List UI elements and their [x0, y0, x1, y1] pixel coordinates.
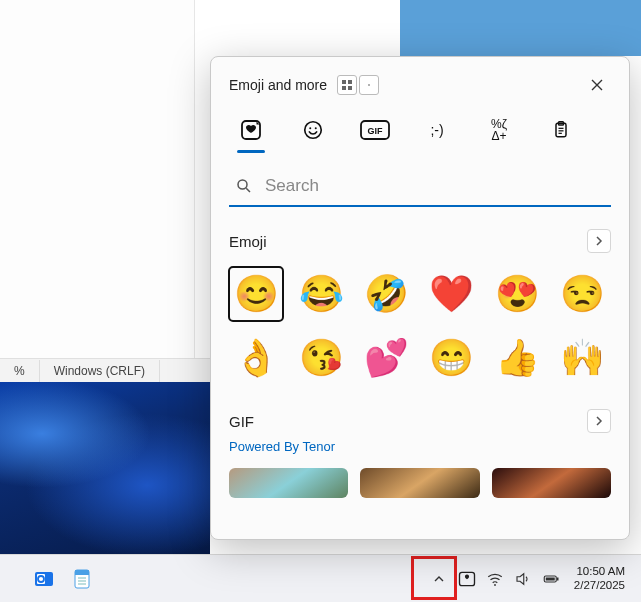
background-window: [0, 0, 195, 380]
emoji-cell[interactable]: 💕: [360, 331, 414, 385]
taskbar-time: 10:50 AM: [574, 565, 625, 579]
tray-chevron-up-icon[interactable]: [428, 564, 450, 594]
emoji-section: Emoji 😊 😂 🤣 ❤️ 😍 😒 👌 😘 💕 😁 👍 🙌: [229, 229, 611, 385]
statusbar-lineending: Windows (CRLF): [40, 360, 160, 382]
gif-section-title: GIF: [229, 413, 254, 430]
svg-rect-13: [342, 80, 346, 84]
tab-emoji[interactable]: [293, 115, 333, 145]
svg-rect-12: [546, 577, 555, 580]
tab-symbols[interactable]: %ζΔ+: [479, 115, 519, 145]
svg-rect-15: [342, 86, 346, 90]
heart-sticker-icon: [239, 118, 263, 142]
smiley-icon: [302, 119, 324, 141]
gif-icon: GIF: [360, 120, 390, 140]
emoji-cell[interactable]: 🙌: [556, 331, 610, 385]
gif-thumbnails: [229, 468, 611, 498]
picker-title: Emoji and more: [229, 77, 327, 93]
tab-recent[interactable]: [231, 115, 271, 145]
close-icon: [590, 78, 604, 92]
svg-rect-14: [348, 80, 352, 84]
search-field-wrap: [229, 167, 611, 207]
tray-wifi-icon[interactable]: [484, 564, 506, 594]
svg-point-20: [309, 127, 311, 129]
view-compact-button[interactable]: [359, 75, 379, 95]
emoji-cell[interactable]: 😁: [425, 331, 479, 385]
search-input[interactable]: [229, 167, 611, 205]
svg-line-30: [246, 188, 250, 192]
emoji-section-title: Emoji: [229, 233, 267, 250]
taskbar-app-notepad[interactable]: [68, 565, 96, 593]
emoji-cell[interactable]: 👌: [229, 331, 283, 385]
svg-point-19: [305, 122, 322, 139]
powered-by-tenor-link[interactable]: Powered By Tenor: [229, 439, 611, 454]
emoji-cell[interactable]: 😒: [556, 267, 610, 321]
view-grid-button[interactable]: [337, 75, 357, 95]
emoji-cell[interactable]: 😘: [294, 331, 348, 385]
tray-emoji-button[interactable]: [456, 564, 478, 594]
picker-tabs: GIF ;-) %ζΔ+: [229, 115, 611, 145]
emoji-cell[interactable]: 😂: [294, 267, 348, 321]
emoji-cell[interactable]: 👍: [490, 331, 544, 385]
background-accent: [400, 0, 641, 56]
gif-thumbnail[interactable]: [492, 468, 611, 498]
desktop-wallpaper: [0, 382, 210, 554]
symbols-icon: %ζΔ+: [491, 118, 507, 142]
gif-thumbnail[interactable]: [229, 468, 348, 498]
svg-rect-16: [348, 86, 352, 90]
emoji-expand-button[interactable]: [587, 229, 611, 253]
taskbar-date: 2/27/2025: [574, 579, 625, 593]
emoji-cell[interactable]: 😊: [229, 267, 283, 321]
emoji-grid: 😊 😂 🤣 ❤️ 😍 😒 👌 😘 💕 😁 👍 🙌: [229, 267, 611, 385]
tray-volume-icon[interactable]: [512, 564, 534, 594]
tab-kaomoji[interactable]: ;-): [417, 115, 457, 145]
svg-rect-4: [75, 570, 89, 575]
svg-point-9: [494, 584, 496, 586]
search-icon: [235, 177, 253, 195]
svg-point-29: [238, 180, 247, 189]
emoji-cell[interactable]: ❤️: [425, 267, 479, 321]
chevron-right-icon: [594, 236, 604, 246]
svg-rect-11: [557, 577, 559, 580]
emoji-cell[interactable]: 😍: [490, 267, 544, 321]
tab-gif[interactable]: GIF: [355, 115, 395, 145]
gif-section: GIF Powered By Tenor: [229, 409, 611, 498]
picker-view-toggles: [337, 75, 379, 95]
notepad-statusbar: % Windows (CRLF): [0, 358, 210, 382]
taskbar-clock[interactable]: 10:50 AM 2/27/2025: [568, 565, 631, 593]
tray-battery-icon[interactable]: [540, 564, 562, 594]
gif-expand-button[interactable]: [587, 409, 611, 433]
gif-thumbnail[interactable]: [360, 468, 479, 498]
svg-point-17: [368, 84, 370, 86]
chevron-right-icon: [594, 416, 604, 426]
clipboard-icon: [551, 119, 571, 141]
emoji-picker-panel: Emoji and more GIF ;-) %ζΔ+: [210, 56, 630, 540]
statusbar-zoom: %: [0, 360, 40, 382]
svg-point-21: [315, 127, 317, 129]
close-button[interactable]: [583, 71, 611, 99]
svg-text:GIF: GIF: [368, 126, 384, 136]
tab-clipboard[interactable]: [541, 115, 581, 145]
kaomoji-icon: ;-): [430, 122, 443, 138]
taskbar-app-outlook[interactable]: [30, 565, 58, 593]
emoji-cell[interactable]: 🤣: [360, 267, 414, 321]
taskbar: 10:50 AM 2/27/2025: [0, 554, 641, 602]
